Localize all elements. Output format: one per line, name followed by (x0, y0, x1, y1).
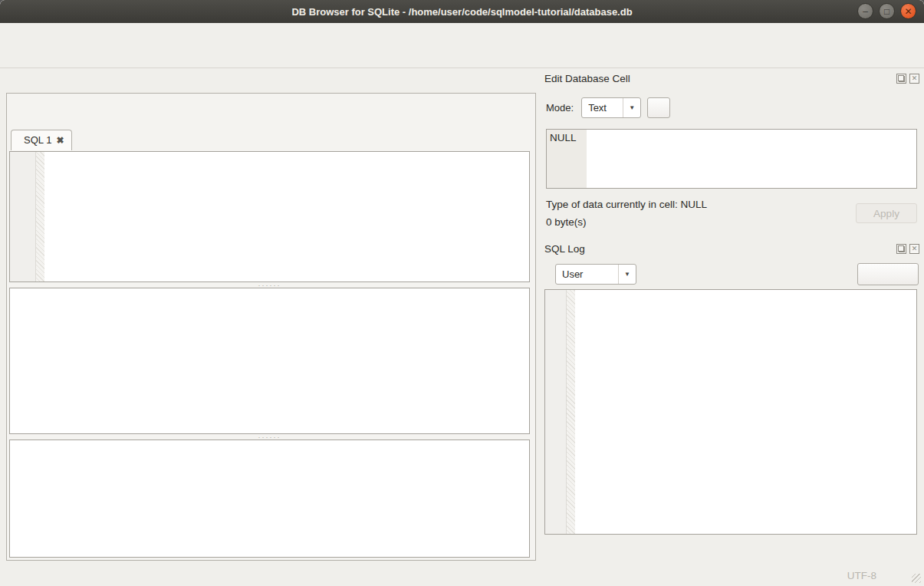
statusbar: UTF-8 (0, 565, 924, 586)
titlebar[interactable]: DB Browser for SQLite - /home/user/code/… (0, 0, 924, 23)
chevron-down-icon: ▼ (623, 98, 640, 117)
mode-select[interactable]: Text ▼ (581, 97, 641, 118)
chevron-down-icon: ▼ (618, 265, 636, 284)
cell-content-editor[interactable]: NULL (546, 129, 917, 189)
editor-fold-margin (36, 152, 44, 281)
sql-log-filter-row: User ▼ (546, 262, 919, 285)
cell-type-info: Type of data currently in cell: NULL (546, 199, 707, 210)
log-text-area (575, 290, 916, 534)
cell-size-info: 0 byte(s) (546, 216, 587, 228)
minimize-button[interactable]: – (857, 3, 873, 19)
menu-file[interactable] (8, 31, 21, 34)
log-fold-margin (567, 290, 575, 534)
close-tab-icon[interactable]: ✖ (56, 135, 64, 146)
dock-float-icon[interactable] (896, 74, 906, 84)
cell-mode-row: Mode: Text ▼ (546, 96, 919, 119)
dock-close-icon[interactable]: ✕ (909, 244, 919, 254)
execution-message-log[interactable] (9, 440, 530, 558)
auto-apply-button[interactable] (647, 97, 670, 118)
clear-button[interactable] (857, 263, 919, 285)
dock-float-icon[interactable] (896, 244, 906, 254)
mode-select-value: Text (588, 102, 607, 114)
resize-grip[interactable] (912, 574, 921, 583)
sql-log-title: SQL Log (544, 243, 896, 255)
sql-file-tab[interactable]: SQL 1 ✖ (11, 130, 72, 150)
log-line-numbers (545, 290, 567, 534)
editor-text-area[interactable] (44, 152, 529, 281)
edit-cell-title: Edit Database Cell (544, 73, 896, 84)
cell-content-area[interactable] (587, 130, 916, 188)
apply-button[interactable]: Apply (856, 203, 917, 223)
maximize-button[interactable]: □ (879, 3, 895, 19)
sql-file-tabbar: SQL 1 ✖ (11, 130, 72, 150)
sql-file-tab-label: SQL 1 (24, 134, 51, 146)
mode-label: Mode: (546, 102, 574, 114)
window-title: DB Browser for SQLite - /home/user/code/… (291, 6, 632, 18)
close-button[interactable]: ✕ (900, 3, 916, 19)
main-toolbar (0, 41, 924, 68)
dock-close-icon[interactable]: ✕ (909, 74, 919, 84)
results-grid[interactable] (9, 288, 530, 434)
edit-cell-dock-header: Edit Database Cell ✕ (544, 71, 919, 86)
menubar (0, 23, 924, 41)
splitter-results-messages[interactable]: ······ (9, 434, 530, 440)
sql-log-view[interactable] (544, 289, 917, 535)
sql-log-dock-header: SQL Log ✕ (544, 241, 919, 256)
splitter-editor-results[interactable]: ······ (9, 282, 530, 288)
submitter-select[interactable]: User ▼ (555, 264, 636, 285)
submitter-select-value: User (562, 268, 583, 280)
app-window: DB Browser for SQLite - /home/user/code/… (0, 0, 924, 586)
encoding-indicator[interactable]: UTF-8 (847, 570, 876, 581)
cell-content-gutter: NULL (547, 130, 587, 188)
cell-content-value: NULL (550, 132, 577, 143)
sql-editor[interactable] (9, 151, 530, 282)
window-controls: –□✕ (857, 3, 916, 19)
editor-line-numbers (10, 152, 36, 281)
